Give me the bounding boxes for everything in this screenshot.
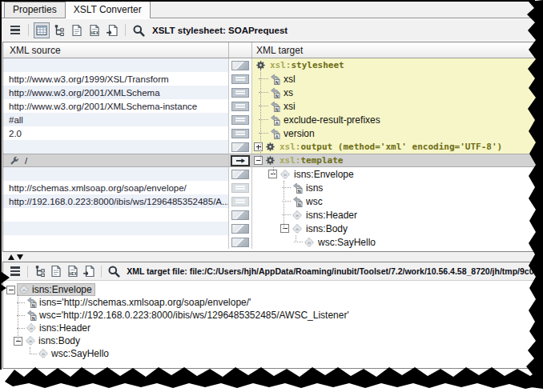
mapping-column-header xyxy=(229,42,252,58)
tree-node-xsl-stylesheet[interactable]: xsl:stylesheet xyxy=(252,58,538,72)
collapse-icon[interactable] xyxy=(268,170,277,178)
equals-mapping-button[interactable] xyxy=(231,115,249,125)
assign-button[interactable] xyxy=(231,170,249,179)
expand-icon[interactable] xyxy=(254,142,263,151)
result-node-isns-namespace[interactable]: isns='http://schemas.xmlsoap.org/soap/en… xyxy=(3,296,538,309)
document-hex-icon[interactable] xyxy=(66,263,80,279)
result-node-wsc-namespace[interactable]: wsc='http://192.168.0.223:8000/ibis/ws/1… xyxy=(3,309,538,322)
tree-view-icon[interactable] xyxy=(33,263,47,279)
namespace-icon xyxy=(292,196,303,207)
tree-node-xsl-template[interactable]: xsl:template xyxy=(252,154,538,167)
document-icon[interactable] xyxy=(49,263,63,279)
equals-mapping-button[interactable] xyxy=(231,88,249,98)
tab-strip: Properties XSLT Converter xyxy=(2,2,537,18)
source-column-header[interactable]: XML source xyxy=(3,42,229,58)
tree-node-isns-envelope[interactable]: isns:Envelope xyxy=(252,167,538,181)
mapping-row-xsl: http://www.w3.org/1999/XSL/Transform xsl xyxy=(3,72,538,86)
result-node-envelope[interactable]: isns:Envelope xyxy=(3,283,538,296)
tab-properties[interactable]: Properties xyxy=(4,2,66,18)
tree-node-version[interactable]: version xyxy=(252,126,538,140)
document-export-icon[interactable] xyxy=(104,22,120,38)
mapping-row-stylesheet: xsl:stylesheet xyxy=(3,58,538,72)
tree-node-wsc[interactable]: wsc xyxy=(252,194,538,208)
mapping-row-exclude-result-prefixes: #all exclude-result-prefixes xyxy=(3,113,538,126)
toolbar-separator xyxy=(101,266,102,278)
equals-mapping-button[interactable] xyxy=(231,129,249,138)
result-panel: XML target file: file:/C:/Users/hjh/AppD… xyxy=(2,262,539,369)
assign-button[interactable] xyxy=(231,210,249,220)
assign-button[interactable] xyxy=(231,142,249,152)
collapse-up-icon[interactable] xyxy=(8,254,14,260)
mapping-row-output: xsl:output (method='xml' encoding='UTF-8… xyxy=(3,140,538,154)
namespace-icon xyxy=(269,87,280,98)
tree-node-exclude-result-prefixes[interactable]: exclude-result-prefixes xyxy=(252,113,538,126)
tree-node-xs[interactable]: xs xyxy=(252,86,538,99)
tree-node-xsi[interactable]: xsi xyxy=(252,99,538,113)
mapping-row-template: / xsl:template xyxy=(3,154,538,167)
attribute-icon xyxy=(269,114,280,126)
mapping-row-wsc: http://192.168.0.223:8000/ibis/ws/129648… xyxy=(3,194,538,208)
collapse-icon[interactable] xyxy=(254,156,263,165)
mapping-row-xsi: http://www.w3.org/2001/XMLSchema-instanc… xyxy=(3,99,538,113)
gear-icon xyxy=(265,155,276,166)
namespace-icon xyxy=(292,182,303,194)
element-icon xyxy=(18,284,30,295)
target-column-header[interactable]: XML target xyxy=(252,42,538,58)
wrench-icon xyxy=(9,155,20,166)
assign-button[interactable] xyxy=(231,61,249,70)
tab-xslt-converter[interactable]: XSLT Converter xyxy=(65,1,151,18)
gear-icon xyxy=(255,60,266,70)
mapping-panel: XML source XML target xsl:stylesheet htt… xyxy=(2,42,539,252)
right-arrow-icon xyxy=(235,158,246,164)
element-icon xyxy=(292,223,303,234)
menu-icon[interactable] xyxy=(8,263,22,279)
collapse-down-icon[interactable] xyxy=(17,254,23,260)
document-icon[interactable] xyxy=(69,22,85,38)
equals-mapping-button[interactable] xyxy=(231,74,249,84)
equals-mapping-button[interactable] xyxy=(231,197,249,206)
menu-icon[interactable] xyxy=(7,22,23,38)
mapping-header: XML source XML target xyxy=(3,42,538,58)
tree-node-isns-header[interactable]: isns:Header xyxy=(252,208,538,222)
mapping-row-version: 2.0 version xyxy=(3,126,538,140)
tree-node-wsc-sayhello[interactable]: wsc:SayHello xyxy=(252,235,538,249)
search-icon[interactable] xyxy=(131,22,147,38)
target-file-path: XML target file: file:/C:/Users/hjh/AppD… xyxy=(127,266,538,276)
equals-mapping-button[interactable] xyxy=(231,102,249,111)
mapping-row-xs: http://www.w3.org/2001/XMLSchema xs xyxy=(3,86,538,99)
namespace-icon xyxy=(26,310,37,321)
document-export-icon[interactable] xyxy=(82,263,96,279)
assign-button[interactable] xyxy=(231,238,249,247)
tree-node-isns-body[interactable]: isns:Body xyxy=(252,222,538,235)
tree-node-xsl[interactable]: xsl xyxy=(252,72,538,86)
table-view-icon[interactable] xyxy=(34,22,50,38)
toolbar-separator xyxy=(28,24,29,36)
arrow-mapping-button[interactable] xyxy=(231,155,250,166)
tree-node-isns[interactable]: isns xyxy=(252,181,538,194)
search-icon[interactable] xyxy=(107,263,121,279)
element-icon xyxy=(292,210,303,221)
mapping-row-body: isns:Body xyxy=(3,222,538,235)
element-icon xyxy=(280,169,291,180)
collapse-icon[interactable] xyxy=(280,224,289,233)
collapse-icon[interactable] xyxy=(6,286,15,294)
element-icon xyxy=(38,348,49,359)
result-node-body[interactable]: isns:Body xyxy=(3,334,538,347)
equals-mapping-button[interactable] xyxy=(231,183,249,193)
tree-node-xsl-output[interactable]: xsl:output (method='xml' encoding='UTF-8… xyxy=(252,140,538,154)
result-tree: isns:Envelope isns='http://schemas.xmlso… xyxy=(3,281,538,360)
result-node-header[interactable]: isns:Header xyxy=(3,322,538,334)
mapping-row-isns: http://schemas.xmlsoap.org/soap/envelope… xyxy=(3,181,538,194)
assign-button[interactable] xyxy=(231,224,249,234)
stylesheet-toolbar: XSLT stylesheet: SOAPrequest xyxy=(2,19,537,41)
document-hex-icon[interactable] xyxy=(86,22,103,38)
result-node-sayhello[interactable]: wsc:SayHello xyxy=(3,347,538,360)
element-icon xyxy=(304,237,315,248)
collapse-icon[interactable] xyxy=(14,337,22,346)
toolbar-separator xyxy=(125,24,126,36)
split-pane-divider[interactable] xyxy=(2,252,539,262)
namespace-icon xyxy=(26,297,37,308)
stylesheet-title: XSLT stylesheet: SOAPrequest xyxy=(152,26,288,35)
tree-view-icon[interactable] xyxy=(51,22,67,38)
mapping-row-sayhello: wsc:SayHello xyxy=(3,235,538,249)
